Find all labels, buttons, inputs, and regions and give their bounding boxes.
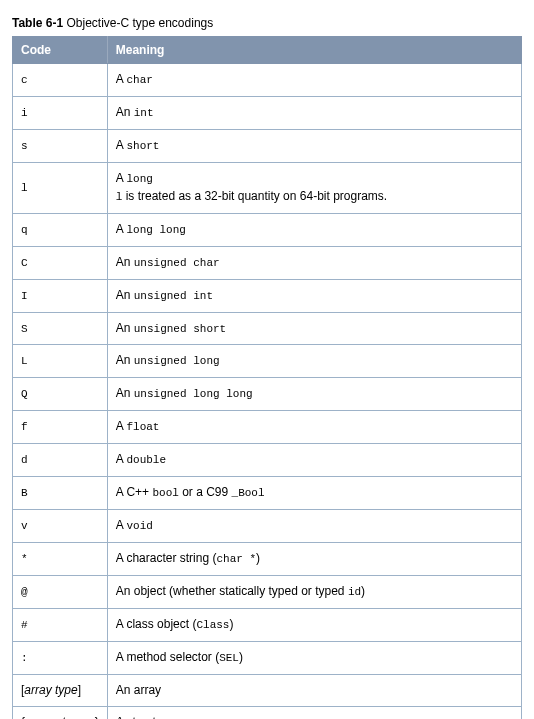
text: A xyxy=(116,518,127,532)
text: An xyxy=(116,255,134,269)
cell-meaning: An unsigned char xyxy=(107,246,521,279)
cell-meaning: A double xyxy=(107,444,521,477)
text: ) xyxy=(361,584,365,598)
code-literal: unsigned char xyxy=(134,257,220,269)
code-literal: s xyxy=(21,140,28,152)
code-literal: void xyxy=(126,520,152,532)
cell-code: # xyxy=(13,608,108,641)
code-literal: @ xyxy=(21,586,28,598)
table-row: *A character string (char *) xyxy=(13,543,522,576)
table-row: IAn unsigned int xyxy=(13,279,522,312)
table-row: sA short xyxy=(13,129,522,162)
cell-meaning: An unsigned long xyxy=(107,345,521,378)
table-row: iAn int xyxy=(13,96,522,129)
text: A character string ( xyxy=(116,551,217,565)
table-head: Code Meaning xyxy=(13,37,522,64)
placeholder-text: array type xyxy=(24,683,77,697)
table-row: {name=type...}A structure xyxy=(13,707,522,719)
col-header-meaning: Meaning xyxy=(107,37,521,64)
table-number: Table 6-1 xyxy=(12,16,63,30)
cell-meaning: A char xyxy=(107,64,521,97)
cell-meaning: A method selector (SEL) xyxy=(107,641,521,674)
code-literal: short xyxy=(126,140,159,152)
cell-code: i xyxy=(13,96,108,129)
text: A structure xyxy=(116,715,173,719)
text: A xyxy=(116,419,127,433)
code-literal: i xyxy=(21,107,28,119)
code-literal: long long xyxy=(126,224,185,236)
table-row: vA void xyxy=(13,510,522,543)
text: } xyxy=(95,715,99,719)
text: An xyxy=(116,321,134,335)
cell-code: d xyxy=(13,444,108,477)
code-literal: B xyxy=(21,487,28,499)
cell-code: [array type] xyxy=(13,674,108,706)
code-literal: # xyxy=(21,619,28,631)
table-row: SAn unsigned short xyxy=(13,312,522,345)
text: A class object ( xyxy=(116,617,197,631)
cell-meaning: A character string (char *) xyxy=(107,543,521,576)
table-row: CAn unsigned char xyxy=(13,246,522,279)
text: A xyxy=(116,72,127,86)
code-literal: c xyxy=(21,74,28,86)
text: An xyxy=(116,353,134,367)
table-body: cA chariAn intsA shortlA longl is treate… xyxy=(13,64,522,720)
table-row: fA float xyxy=(13,411,522,444)
cell-meaning: A void xyxy=(107,510,521,543)
table-row: #A class object (Class) xyxy=(13,608,522,641)
text: ] xyxy=(78,683,81,697)
text: ) xyxy=(239,650,243,664)
cell-meaning: An array xyxy=(107,674,521,706)
table-row: @An object (whether statically typed or … xyxy=(13,576,522,609)
code-literal: f xyxy=(21,421,28,433)
text: A xyxy=(116,222,127,236)
cell-meaning: An int xyxy=(107,96,521,129)
code-literal: Class xyxy=(196,619,229,631)
code-literal: * xyxy=(21,553,28,565)
table-row: LAn unsigned long xyxy=(13,345,522,378)
code-literal: float xyxy=(126,421,159,433)
code-literal: l xyxy=(21,182,28,194)
code-literal: I xyxy=(21,290,28,302)
code-literal: v xyxy=(21,520,28,532)
cell-meaning: An object (whether statically typed or t… xyxy=(107,576,521,609)
code-literal: long xyxy=(126,173,152,185)
cell-code: {name=type...} xyxy=(13,707,108,719)
table-title-text: Objective-C type encodings xyxy=(66,16,213,30)
cell-meaning: A structure xyxy=(107,707,521,719)
cell-meaning: A float xyxy=(107,411,521,444)
table-row: dA double xyxy=(13,444,522,477)
text: A method selector ( xyxy=(116,650,219,664)
text: An xyxy=(116,105,134,119)
text: ) xyxy=(256,551,260,565)
code-literal: Q xyxy=(21,388,28,400)
text: An xyxy=(116,288,134,302)
code-literal: S xyxy=(21,323,28,335)
cell-code: l xyxy=(13,162,108,213)
text: An object (whether statically typed or t… xyxy=(116,584,348,598)
code-literal: L xyxy=(21,355,28,367)
col-header-code: Code xyxy=(13,37,108,64)
code-literal: bool xyxy=(152,487,178,499)
text: A xyxy=(116,138,127,152)
text: A xyxy=(116,171,127,185)
page: Table 6-1 Objective-C type encodings Cod… xyxy=(0,0,534,719)
text: A C++ xyxy=(116,485,153,499)
cell-code: c xyxy=(13,64,108,97)
code-literal: SEL xyxy=(219,652,239,664)
table-header-row: Code Meaning xyxy=(13,37,522,64)
cell-code: v xyxy=(13,510,108,543)
text: or a C99 xyxy=(179,485,232,499)
cell-code: S xyxy=(13,312,108,345)
table-caption: Table 6-1 Objective-C type encodings xyxy=(12,16,522,30)
cell-meaning: A class object (Class) xyxy=(107,608,521,641)
cell-code: : xyxy=(13,641,108,674)
code-literal: unsigned int xyxy=(134,290,213,302)
table-row: QAn unsigned long long xyxy=(13,378,522,411)
code-literal: id xyxy=(348,586,361,598)
cell-code: Q xyxy=(13,378,108,411)
code-literal: unsigned short xyxy=(134,323,226,335)
cell-code: * xyxy=(13,543,108,576)
table-row: :A method selector (SEL) xyxy=(13,641,522,674)
code-literal: char * xyxy=(216,553,256,565)
